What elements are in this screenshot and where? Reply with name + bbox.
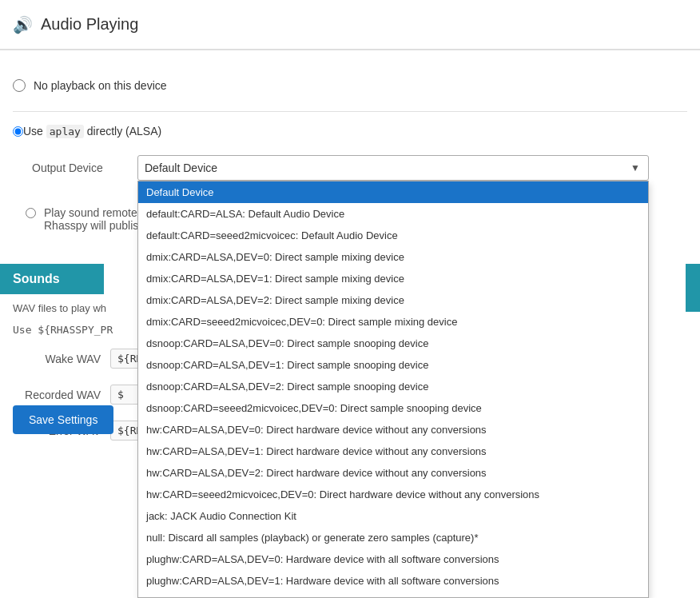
dropdown-item[interactable]: hw:CARD=seeed2micvoicec,DEV=0: Direct ha…: [138, 484, 648, 505]
output-device-label: Output Device: [32, 161, 128, 174]
dropdown-item[interactable]: hw:CARD=ALSA,DEV=2: Direct hardware devi…: [138, 462, 648, 484]
output-device-select-wrapper: Default Device ▼ Default Devicedefault:C…: [137, 155, 649, 181]
header-divider: [0, 50, 700, 50]
save-settings-button[interactable]: Save Settings: [13, 405, 113, 434]
sounds-header: Sounds: [0, 264, 104, 294]
select-dropdown-arrow: ▼: [627, 160, 643, 176]
dropdown-list[interactable]: Default Devicedefault:CARD=ALSA: Default…: [138, 181, 648, 597]
play-sound-label-line2: Rhasspy will publish: [44, 219, 145, 232]
dropdown-item[interactable]: Default Device: [138, 181, 648, 203]
page-title: Audio Playing: [41, 15, 138, 34]
content-area: No playback on this device Use aplay dir…: [0, 57, 700, 257]
header: 🔊 Audio Playing: [0, 0, 700, 50]
dropdown-item[interactable]: null: Discard all samples (playback) or …: [138, 527, 648, 548]
dropdown-item[interactable]: jack: JACK Audio Connection Kit: [138, 505, 648, 527]
play-remote-radio[interactable]: [26, 208, 36, 218]
use-aplay-option[interactable]: Use aplay directly (ALSA): [13, 118, 687, 144]
dropdown-item[interactable]: dmix:CARD=ALSA,DEV=1: Direct sample mixi…: [138, 268, 648, 289]
dropdown-item[interactable]: dsnoop:CARD=ALSA,DEV=1: Direct sample sn…: [138, 354, 648, 376]
dropdown-item[interactable]: dsnoop:CARD=ALSA,DEV=2: Direct sample sn…: [138, 376, 648, 397]
output-device-select[interactable]: Default Device ▼: [137, 155, 649, 181]
audio-playing-icon: 🔊: [13, 15, 33, 34]
dropdown-item[interactable]: plughw:CARD=ALSA,DEV=0: Hardware device …: [138, 548, 648, 570]
selected-device-text: Default Device: [145, 161, 217, 174]
use-aplay-radio[interactable]: [13, 126, 23, 137]
dropdown-item[interactable]: plughw:CARD=ALSA,DEV=2: Hardware device …: [138, 592, 648, 597]
dropdown-item[interactable]: hw:CARD=ALSA,DEV=1: Direct hardware devi…: [138, 441, 648, 462]
no-playback-option[interactable]: No playback on this device: [13, 73, 687, 98]
dropdown-item[interactable]: dmix:CARD=seeed2micvoicec,DEV=0: Direct …: [138, 311, 648, 333]
dropdown-item[interactable]: dmix:CARD=ALSA,DEV=2: Direct sample mixi…: [138, 289, 648, 311]
dropdown-item[interactable]: dsnoop:CARD=seeed2micvoicec,DEV=0: Direc…: [138, 397, 648, 419]
recorded-wav-label: Recorded WAV: [13, 389, 101, 401]
dropdown-item[interactable]: dsnoop:CARD=ALSA,DEV=0: Direct sample sn…: [138, 333, 648, 354]
no-playback-label: No playback on this device: [34, 79, 167, 92]
use-aplay-label: Use aplay directly (ALSA): [23, 125, 161, 138]
output-device-row: Output Device Default Device ▼ Default D…: [32, 155, 687, 181]
dropdown-item[interactable]: dmix:CARD=ALSA,DEV=0: Direct sample mixi…: [138, 246, 648, 268]
divider-1: [13, 111, 687, 112]
play-sound-label-line1: Play sound remotely: [44, 206, 145, 219]
dropdown-item[interactable]: hw:CARD=ALSA,DEV=0: Direct hardware devi…: [138, 419, 648, 441]
dropdown-item[interactable]: default:CARD=seeed2micvoicec: Default Au…: [138, 225, 648, 246]
dropdown-item[interactable]: default:CARD=ALSA: Default Audio Device: [138, 203, 648, 225]
dropdown-item[interactable]: plughw:CARD=ALSA,DEV=1: Hardware device …: [138, 570, 648, 592]
no-playback-radio[interactable]: [13, 79, 26, 92]
main-container: 🔊 Audio Playing No playback on this devi…: [0, 0, 700, 598]
right-teal-accent: [686, 264, 700, 312]
wake-wav-label: Wake WAV: [13, 353, 101, 365]
device-dropdown: Default Devicedefault:CARD=ALSA: Default…: [137, 181, 649, 598]
